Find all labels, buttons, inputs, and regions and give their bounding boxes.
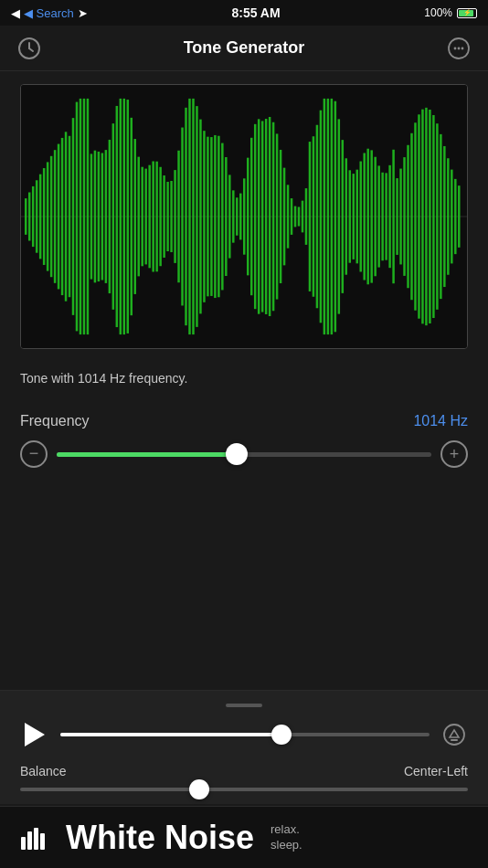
svg-rect-26 (87, 99, 89, 334)
balance-thumb (189, 779, 209, 799)
svg-point-6 (461, 47, 464, 49)
svg-rect-100 (355, 170, 357, 264)
status-bar: ◀ ◀ Search ➤ 8:55 AM 100% ⚡ (0, 0, 488, 26)
svg-rect-133 (27, 831, 32, 850)
svg-rect-27 (90, 153, 92, 279)
svg-rect-38 (131, 118, 133, 315)
svg-rect-123 (440, 134, 441, 299)
svg-rect-98 (349, 170, 351, 262)
tagline: relax. sleep. (271, 822, 302, 853)
svg-point-4 (454, 47, 457, 49)
svg-rect-73 (258, 119, 260, 313)
frequency-slider-track[interactable] (57, 452, 431, 457)
svg-rect-68 (239, 194, 241, 240)
svg-rect-40 (137, 157, 139, 277)
svg-rect-132 (21, 837, 26, 850)
status-time: 8:55 AM (231, 5, 280, 20)
svg-rect-10 (28, 193, 30, 241)
svg-rect-74 (261, 121, 263, 312)
status-left: ◀ ◀ Search ➤ (11, 6, 88, 20)
svg-rect-116 (414, 122, 416, 310)
svg-rect-55 (192, 99, 194, 334)
svg-rect-97 (345, 158, 347, 274)
svg-rect-92 (327, 99, 329, 334)
play-button[interactable] (20, 720, 49, 749)
tagline-line1: relax. (271, 822, 302, 838)
tab-bar: White Noise relax. sleep. (0, 806, 488, 868)
back-arrow-icon: ◀ (11, 6, 20, 20)
svg-rect-117 (418, 114, 419, 318)
balance-value: Center-Left (404, 764, 468, 778)
svg-rect-15 (47, 162, 48, 270)
svg-rect-121 (432, 115, 434, 318)
svg-rect-25 (83, 99, 85, 334)
svg-rect-46 (159, 167, 161, 266)
nav-bar: Tone Generator (0, 26, 488, 71)
svg-rect-83 (294, 206, 296, 228)
svg-rect-14 (43, 168, 45, 265)
svg-rect-63 (221, 143, 223, 291)
svg-rect-66 (232, 190, 234, 242)
battery-percent: 100% (424, 6, 452, 19)
svg-rect-47 (163, 175, 164, 258)
svg-rect-33 (112, 123, 114, 310)
svg-rect-87 (309, 142, 311, 291)
svg-rect-53 (185, 108, 186, 325)
balance-slider-track[interactable] (20, 788, 468, 791)
frequency-label: Frequency (20, 413, 90, 429)
clock-icon[interactable] (15, 34, 44, 63)
svg-rect-57 (199, 120, 201, 314)
svg-rect-52 (181, 128, 183, 306)
svg-rect-13 (39, 175, 41, 259)
svg-rect-125 (447, 158, 449, 275)
search-label[interactable]: ◀ Search (24, 6, 74, 20)
svg-rect-113 (403, 157, 405, 276)
svg-rect-24 (80, 99, 81, 334)
svg-point-5 (458, 47, 461, 49)
svg-rect-128 (458, 185, 460, 248)
svg-rect-31 (105, 150, 107, 283)
playback-slider-track[interactable] (60, 733, 430, 736)
frequency-value: 1014 Hz (413, 413, 468, 429)
svg-rect-94 (334, 101, 336, 333)
svg-rect-36 (123, 99, 125, 334)
svg-rect-80 (283, 168, 285, 266)
frequency-increase-button[interactable]: + (440, 440, 468, 468)
frequency-row: Frequency 1014 Hz (20, 413, 468, 429)
svg-rect-77 (272, 122, 274, 311)
svg-rect-65 (228, 175, 230, 258)
svg-rect-71 (250, 138, 252, 295)
svg-rect-124 (443, 146, 445, 287)
app-name: White Noise (66, 821, 254, 854)
svg-rect-111 (396, 178, 398, 255)
svg-rect-103 (366, 149, 368, 285)
svg-rect-90 (320, 111, 322, 323)
svg-rect-76 (269, 117, 271, 316)
svg-marker-130 (450, 730, 459, 737)
svg-rect-12 (36, 180, 37, 252)
svg-rect-95 (338, 119, 340, 313)
svg-rect-78 (276, 133, 278, 299)
svg-rect-119 (425, 108, 427, 325)
svg-rect-16 (50, 156, 52, 277)
more-icon[interactable] (444, 34, 473, 63)
svg-rect-59 (207, 137, 208, 297)
svg-rect-105 (374, 157, 376, 277)
svg-rect-41 (141, 167, 143, 267)
svg-rect-81 (287, 185, 289, 248)
svg-rect-37 (127, 100, 129, 333)
svg-rect-49 (170, 181, 172, 252)
svg-rect-64 (225, 157, 227, 276)
airplay-button[interactable] (440, 721, 468, 748)
svg-rect-104 (370, 150, 372, 282)
svg-rect-18 (58, 144, 59, 290)
svg-rect-43 (148, 165, 150, 269)
page-title: Tone Generator (184, 38, 305, 58)
svg-rect-35 (120, 99, 122, 334)
svg-rect-126 (451, 170, 452, 264)
svg-rect-48 (166, 182, 168, 251)
svg-rect-39 (133, 139, 135, 294)
frequency-decrease-button[interactable]: − (20, 440, 48, 468)
svg-rect-61 (214, 135, 216, 298)
svg-rect-84 (298, 206, 300, 226)
